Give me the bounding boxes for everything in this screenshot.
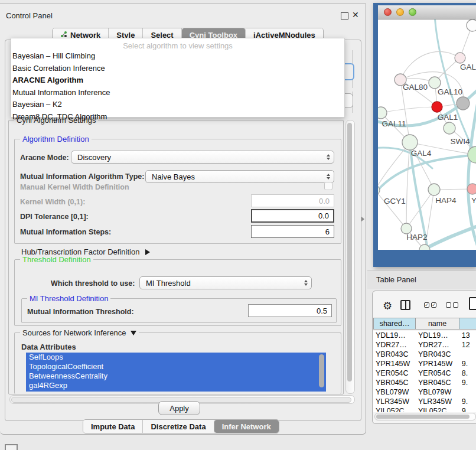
table-cell[interactable]: YBR045C: [416, 379, 459, 387]
table-row[interactable]: YLR345WYLR345W9.: [373, 397, 476, 406]
network-canvas[interactable]: GALGAL80GAL10GAL1GAL11SWI4GAL4GCY1HAP4YH…: [378, 19, 476, 250]
data-attribute-item[interactable]: TopologicalCoefficient: [26, 362, 326, 371]
aracne-mode-combo[interactable]: Discovery: [71, 151, 334, 164]
data-attribute-item[interactable]: SelfLoops: [26, 353, 326, 362]
network-edge[interactable]: [406, 190, 434, 229]
column-header-partial[interactable]: [459, 318, 476, 330]
network-node[interactable]: [444, 122, 455, 134]
table-row[interactable]: YBL079WYBL079W: [373, 387, 476, 397]
kernel-width-field[interactable]: 0.0: [251, 194, 334, 207]
table-row[interactable]: YDR27…YDR27…12: [373, 340, 476, 350]
network-edge[interactable]: [381, 107, 437, 113]
table-row[interactable]: YBR045CYBR045C9.: [373, 378, 476, 387]
table-cell[interactable]: YPR145W: [373, 360, 416, 368]
table-cell[interactable]: YIL052C: [373, 407, 416, 412]
network-edge[interactable]: [406, 142, 410, 229]
table-cell[interactable]: YBL079W: [373, 388, 416, 396]
table-cell[interactable]: YBR043C: [373, 350, 416, 358]
table-cell[interactable]: YPR145W: [416, 360, 459, 368]
table-cell[interactable]: 13: [459, 331, 476, 340]
table-row[interactable]: YER054CYER054C8.: [373, 369, 476, 378]
apply-button[interactable]: Apply: [158, 401, 200, 415]
table-row[interactable]: YIL052CYIL052C9: [373, 406, 476, 412]
table-hscrollbar-thumb[interactable]: [376, 415, 470, 419]
splitter-collapse-arrow[interactable]: [361, 217, 364, 221]
table-cell[interactable]: YDL19…: [373, 331, 416, 340]
table-cell[interactable]: 8.: [459, 369, 476, 377]
table-cell[interactable]: YBL079W: [416, 388, 459, 396]
table-cell[interactable]: YDR27…: [373, 341, 416, 349]
network-node-gal11[interactable]: [378, 107, 387, 119]
data-attribute-item[interactable]: BetweennessCentrality: [26, 371, 326, 381]
group-title: MI Threshold Definition: [27, 294, 110, 303]
table-hscrollbar[interactable]: [374, 413, 476, 420]
table-cell[interactable]: YDR27…: [416, 341, 459, 349]
settings-vscrollbar-thumb[interactable]: [347, 123, 352, 381]
list-scrollbar-thumb[interactable]: [319, 354, 324, 387]
column-header-name[interactable]: name: [416, 318, 459, 330]
table-cell[interactable]: 9.: [459, 379, 476, 387]
column-header-shared[interactable]: shared…: [373, 318, 416, 330]
tab-infer-network[interactable]: Infer Network: [214, 420, 279, 433]
algorithm-option[interactable]: Basic Correlation Inference: [11, 63, 344, 75]
close-icon[interactable]: ✕: [352, 10, 359, 19]
table-cell[interactable]: 9: [459, 407, 476, 412]
network-edge[interactable]: [378, 155, 476, 199]
algorithm-option[interactable]: Bayesian – Hill Climbing: [11, 50, 344, 63]
table-cell[interactable]: YER054C: [416, 369, 459, 377]
table-cell[interactable]: 9.: [459, 360, 476, 368]
table-row[interactable]: YDL19…YDL19…13: [373, 331, 476, 340]
minimize-traffic-light-icon[interactable]: [396, 8, 404, 16]
settings-vscrollbar[interactable]: [345, 120, 355, 394]
minimized-panel-icon[interactable]: [5, 444, 18, 450]
algorithm-option[interactable]: ARACNE Algorithm: [11, 74, 344, 87]
algorithm-option[interactable]: Dream8 DC_TDC Algorithm: [11, 111, 344, 123]
table-row[interactable]: YBR043CYBR043C: [373, 350, 476, 359]
table-row[interactable]: YPR145WYPR145W9.: [373, 359, 476, 369]
new-document-icon[interactable]: [469, 297, 476, 310]
algorithm-option[interactable]: Bayesian – K2: [11, 99, 344, 111]
network-edge[interactable]: [378, 142, 410, 190]
table-cell[interactable]: YBR043C: [416, 350, 459, 358]
float-window-icon[interactable]: [341, 12, 348, 19]
algorithm-option[interactable]: Mutual Information Inference: [11, 87, 344, 99]
close-traffic-light-icon[interactable]: [384, 8, 392, 16]
table-cell[interactable]: 9.: [459, 397, 476, 406]
which-threshold-combo[interactable]: MI Threshold: [139, 276, 312, 289]
desktop: { "control_panel": { "title": "Control P…: [0, 0, 476, 450]
network-node-gal4[interactable]: [402, 135, 418, 150]
table-cell[interactable]: YDL19…: [416, 331, 459, 340]
data-attributes-list[interactable]: SelfLoopsTopologicalCoefficientBetweenne…: [26, 353, 326, 392]
network-node-gal10[interactable]: [429, 77, 441, 89]
network-node-label: GAL: [460, 63, 476, 71]
data-attribute-item[interactable]: gal4RGexp: [26, 381, 326, 390]
gear-icon[interactable]: ⚙: [383, 299, 392, 312]
network-node-gal1[interactable]: [432, 102, 442, 112]
table-cell[interactable]: 12: [459, 341, 476, 349]
network-node-y[interactable]: [467, 184, 476, 194]
table-cell[interactable]: YIL052C: [416, 407, 459, 412]
mi-steps-field[interactable]: 6: [251, 225, 334, 238]
dpi-tolerance-field[interactable]: 0.0: [251, 209, 334, 223]
table-cell[interactable]: YLR345W: [416, 397, 459, 406]
table-cell[interactable]: YLR345W: [373, 397, 416, 406]
network-node-gal[interactable]: [455, 53, 465, 63]
tab-discretize-data[interactable]: Discretize Data: [143, 420, 214, 433]
network-node[interactable]: [457, 97, 470, 110]
zoom-traffic-light-icon[interactable]: [409, 8, 416, 16]
table-cell[interactable]: YER054C: [373, 369, 416, 377]
network-window-titlebar[interactable]: [378, 5, 476, 19]
select-all-checks-icon[interactable]: ✓✓: [424, 302, 436, 308]
manual-kernel-checkbox[interactable]: [324, 182, 332, 190]
deselect-all-checks-icon[interactable]: [446, 302, 458, 308]
network-edge[interactable]: [378, 190, 406, 229]
network-node-hap4[interactable]: [428, 184, 440, 195]
group-title[interactable]: Sources for Network Inference: [20, 328, 139, 337]
tab-impute-data[interactable]: Impute Data: [83, 420, 143, 433]
table-cell[interactable]: YBR045C: [373, 379, 416, 387]
network-node-label: GAL1: [438, 113, 458, 122]
mi-type-combo[interactable]: Naive Bayes: [145, 170, 334, 183]
mi-threshold-field[interactable]: 0.5: [248, 304, 332, 317]
split-view-icon[interactable]: [400, 300, 410, 310]
network-node[interactable]: [467, 19, 476, 31]
